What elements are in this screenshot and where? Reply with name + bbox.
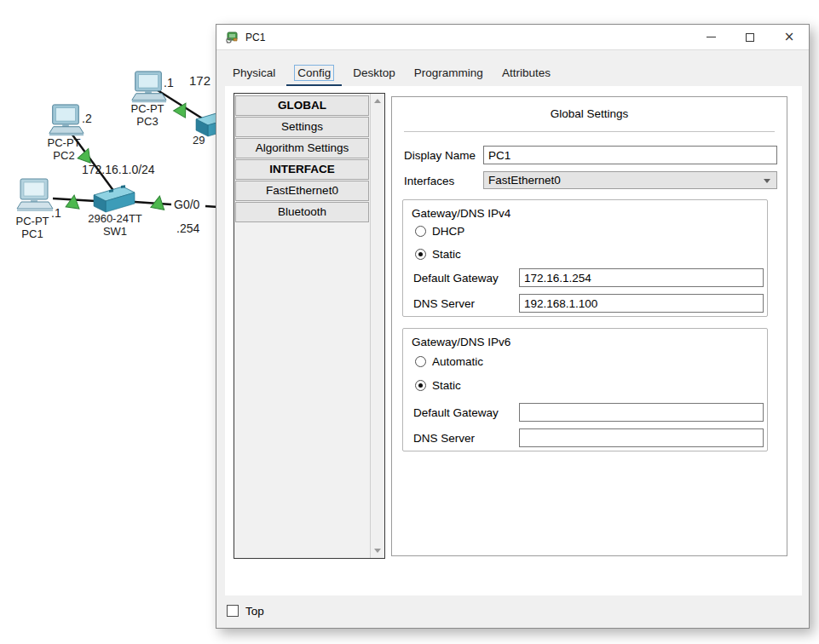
radio-checked-icon[interactable]: [415, 249, 426, 260]
sidebar-item-interface[interactable]: INTERFACE: [235, 159, 369, 180]
ipv4-group-title: Gateway/DNS IPv4: [412, 207, 510, 220]
tab-attributes[interactable]: Attributes: [493, 62, 560, 84]
ipv4-dns-server-label: DNS Server: [413, 297, 475, 310]
ipv6-dns-server-label: DNS Server: [413, 432, 475, 445]
window-titlebar[interactable]: PC1 ×: [216, 25, 809, 50]
gateway-dns-ipv4-group: Gateway/DNS IPv4 DHCP Static Default Gat…: [402, 199, 768, 317]
device-label-pc2: PC-PT PC2: [36, 136, 92, 162]
gateway-dns-ipv6-group: Gateway/DNS IPv6 Automatic Static Defaul…: [402, 328, 768, 451]
window-controls: ×: [691, 25, 809, 49]
top-checkbox-label: Top: [245, 605, 264, 618]
interfaces-label: Interfaces: [404, 175, 454, 187]
ipv6-dns-server-input[interactable]: [519, 428, 764, 447]
port-label-g00: G0/0: [174, 198, 199, 211]
interfaces-selected-value: FastEthernet0: [488, 174, 561, 187]
subnet-label: 172.16.1.0/24: [82, 163, 155, 176]
radio-checked-icon[interactable]: [415, 380, 426, 391]
ipv6-default-gateway-input[interactable]: [519, 403, 764, 422]
pc1-config-window: PC1 × Physical Config Desktop Programmin…: [216, 24, 810, 629]
minimize-button[interactable]: [691, 25, 730, 49]
device-model: PC-PT: [119, 102, 176, 115]
device-label-sw2-partial: 29: [193, 134, 205, 147]
scroll-up-icon[interactable]: [374, 99, 381, 103]
pc-icon: [130, 71, 167, 106]
tab-config[interactable]: Config: [285, 62, 343, 84]
ipv4-dhcp-option[interactable]: DHCP: [415, 225, 464, 238]
maximize-icon: [746, 33, 754, 42]
ip-label-pc3: .1: [164, 76, 174, 89]
tab-bar: Physical Config Desktop Programming Attr…: [223, 62, 560, 84]
ipv6-group-title: Gateway/DNS IPv6: [412, 336, 510, 348]
sidebar-item-settings[interactable]: Settings: [235, 117, 369, 137]
config-sidebar: GLOBAL Settings Algorithm Settings INTER…: [234, 93, 385, 559]
pc-icon: [14, 178, 54, 216]
device-model: PC-PT: [36, 136, 92, 149]
device-pc1[interactable]: [14, 178, 54, 219]
ipv6-automatic-option[interactable]: Automatic: [415, 355, 483, 368]
ip-label-pc1: .1: [51, 206, 61, 220]
close-icon: ×: [784, 31, 795, 43]
device-label-pc3: PC-PT PC3: [119, 102, 176, 128]
panel-title: Global Settings: [392, 107, 787, 120]
device-name: PC1: [4, 227, 61, 240]
interfaces-dropdown[interactable]: FastEthernet0: [483, 171, 777, 189]
config-tab-pane: GLOBAL Settings Algorithm Settings INTER…: [225, 86, 802, 597]
window-bottom-bar: Top: [216, 595, 809, 628]
close-button[interactable]: ×: [770, 25, 809, 49]
tab-programming[interactable]: Programming: [405, 62, 493, 84]
config-sidebar-list: GLOBAL Settings Algorithm Settings INTER…: [234, 94, 370, 558]
device-name: PC2: [36, 149, 92, 162]
ipv4-default-gateway-label: Default Gateway: [413, 272, 499, 285]
device-label-sw1: 2960-24TT SW1: [80, 212, 150, 238]
ipv4-static-option[interactable]: Static: [415, 248, 461, 261]
ipv4-default-gateway-input[interactable]: [519, 268, 764, 287]
pc-icon: [47, 104, 84, 140]
ip-label-pc2: .2: [82, 112, 92, 125]
sidebar-item-fastethernet0[interactable]: FastEthernet0: [235, 181, 369, 201]
packet-tracer-workspace: PC-PT PC3 .1 172 PC-PT PC2 .2 PC-PT PC1 …: [0, 0, 819, 644]
minimize-icon: [707, 37, 716, 37]
display-name-label: Display Name: [404, 149, 476, 162]
sidebar-item-global[interactable]: GLOBAL: [235, 95, 369, 116]
ip-label-router: .254: [176, 221, 199, 235]
scroll-down-icon[interactable]: [374, 549, 381, 553]
panel-separator: [404, 131, 775, 132]
switch-icon: [90, 185, 138, 216]
link-status-arrow: [66, 194, 81, 209]
top-checkbox[interactable]: [227, 605, 239, 617]
sidebar-item-algorithm-settings[interactable]: Algorithm Settings: [235, 138, 369, 158]
sidebar-item-bluetooth[interactable]: Bluetooth: [235, 202, 369, 222]
ipv4-dns-server-input[interactable]: [519, 294, 764, 313]
sidebar-scrollbar[interactable]: [370, 94, 384, 558]
network-label-truncated: 172: [189, 73, 211, 88]
device-name: PC3: [119, 115, 176, 128]
global-settings-panel: Global Settings Display Name Interfaces …: [391, 96, 787, 556]
chevron-down-icon: [764, 179, 770, 183]
ipv6-static-option[interactable]: Static: [415, 379, 461, 392]
tab-physical[interactable]: Physical: [223, 62, 285, 84]
display-name-input[interactable]: [483, 146, 777, 164]
packet-tracer-device-icon: [225, 31, 239, 44]
radio-unchecked-icon[interactable]: [415, 356, 426, 367]
device-name: SW1: [80, 225, 150, 238]
maximize-button[interactable]: [730, 25, 770, 49]
window-title: PC1: [245, 32, 265, 43]
ipv6-default-gateway-label: Default Gateway: [413, 406, 499, 419]
tab-desktop[interactable]: Desktop: [343, 62, 405, 84]
radio-unchecked-icon[interactable]: [415, 226, 426, 237]
device-model: 2960-24TT: [80, 212, 150, 225]
